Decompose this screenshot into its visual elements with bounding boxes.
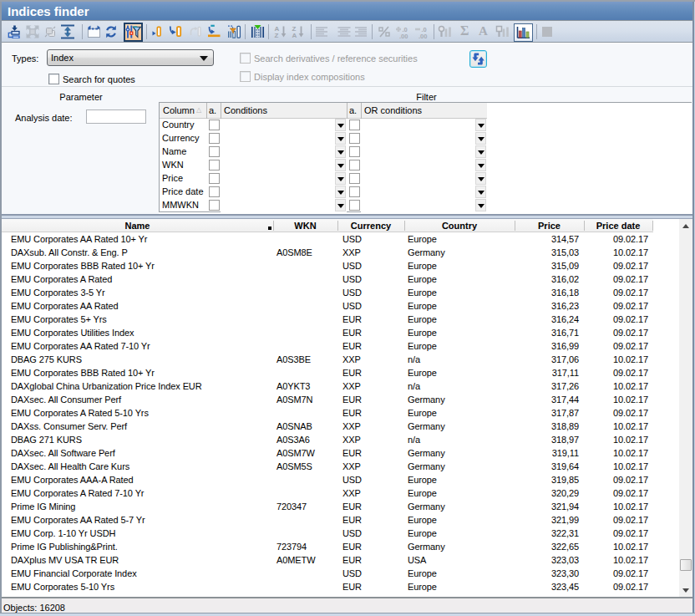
svg-text:A: A	[292, 32, 297, 38]
svg-text:Z: Z	[275, 32, 279, 38]
svg-text:.00: .00	[399, 33, 408, 39]
svg-text:.00: .00	[419, 33, 427, 39]
